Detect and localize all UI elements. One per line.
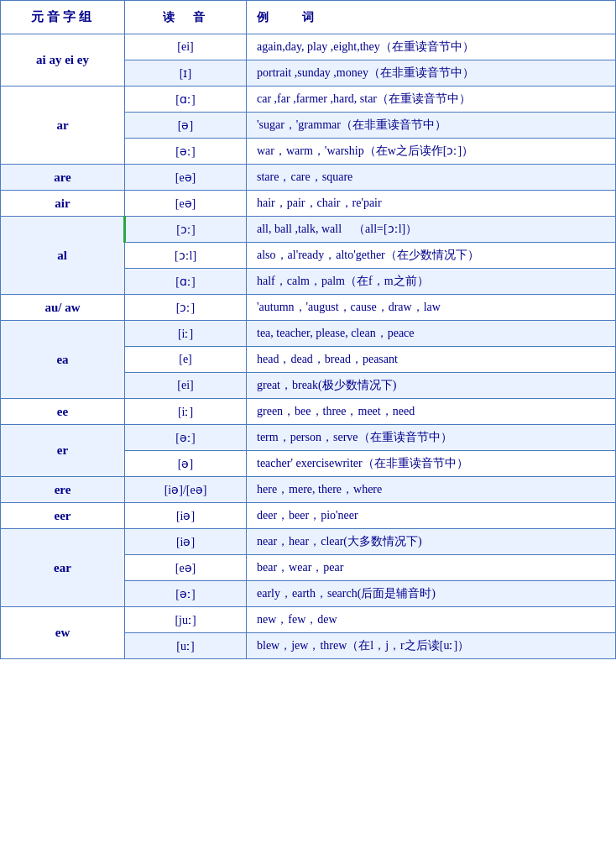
- example-cell: tea, teacher, please, clean，peace: [247, 321, 616, 347]
- example-cell: blew，jew，threw（在l，j，r之后读[uː]）: [247, 633, 616, 659]
- pron-cell: [ɑː]: [125, 86, 247, 113]
- example-cell: all, ball ,talk, wall （all=[ɔːl]）: [247, 217, 616, 243]
- example-cell: car ,far ,farmer ,hard, star（在重读音节中）: [247, 86, 616, 113]
- example-cell: new，few，dew: [247, 607, 616, 633]
- example-cell: war，warm，'warship（在w之后读作[ɔː]）: [247, 139, 616, 165]
- example-cell: also，al'ready，alto'gether（在少数情况下）: [247, 243, 616, 269]
- pron-cell: [eə]: [125, 555, 247, 581]
- pron-cell: [ə]: [125, 113, 247, 139]
- group-cell: al: [1, 217, 125, 295]
- pron-cell: [iː]: [125, 399, 247, 425]
- pron-cell: [əː]: [125, 425, 247, 451]
- example-cell: great，break(极少数情况下): [247, 373, 616, 399]
- header-example: 例 词: [247, 1, 616, 34]
- pron-cell: [ɑː]: [125, 269, 247, 295]
- example-cell: green，bee，three，meet，need: [247, 399, 616, 425]
- group-cell: au/ aw: [1, 295, 125, 321]
- example-cell: term，person，serve（在重读音节中）: [247, 425, 616, 451]
- pron-cell: [juː]: [125, 607, 247, 633]
- example-cell: stare，care，square: [247, 165, 616, 191]
- pron-cell: [ɔːl]: [125, 243, 247, 269]
- pron-cell: [ei]: [125, 373, 247, 399]
- pron-cell: [uː]: [125, 633, 247, 659]
- pron-cell: [ə]: [125, 451, 247, 477]
- group-cell: are: [1, 165, 125, 191]
- group-cell: ew: [1, 607, 125, 659]
- group-cell: eer: [1, 503, 125, 529]
- example-cell: early，earth，search(后面是辅音时): [247, 581, 616, 607]
- example-cell: here，mere, there，where: [247, 477, 616, 503]
- pron-cell: [iə]: [125, 529, 247, 555]
- group-cell: ea: [1, 321, 125, 399]
- pron-cell: [ɪ]: [125, 60, 247, 86]
- pron-cell: [əː]: [125, 581, 247, 607]
- example-cell: near，hear，clear(大多数情况下): [247, 529, 616, 555]
- group-cell: ar: [1, 86, 125, 165]
- pron-cell: [ɔː]: [125, 217, 247, 243]
- pron-cell: [ɔː]: [125, 295, 247, 321]
- example-cell: again,day, play ,eight,they（在重读音节中）: [247, 34, 616, 60]
- example-cell: hair，pair，chair，re'pair: [247, 191, 616, 217]
- example-cell: teacher' exercisewriter（在非重读音节中）: [247, 451, 616, 477]
- group-cell: ai ay ei ey: [1, 34, 125, 86]
- example-cell: portrait ,sunday ,money（在非重读音节中）: [247, 60, 616, 86]
- group-cell: air: [1, 191, 125, 217]
- pron-cell: [ei]: [125, 34, 247, 60]
- pron-cell: [iə]/[eə]: [125, 477, 247, 503]
- pron-cell: [e]: [125, 347, 247, 373]
- example-cell: deer，beer，pio'neer: [247, 503, 616, 529]
- example-cell: bear，wear，pear: [247, 555, 616, 581]
- example-cell: head，dead，bread，peasant: [247, 347, 616, 373]
- header-group: 元音字组: [1, 1, 125, 34]
- pron-cell: [eə]: [125, 191, 247, 217]
- pron-cell: [iː]: [125, 321, 247, 347]
- group-cell: ere: [1, 477, 125, 503]
- example-cell: 'sugar，'grammar（在非重读音节中）: [247, 113, 616, 139]
- pron-cell: [əː]: [125, 139, 247, 165]
- header-pron: 读 音: [125, 1, 247, 34]
- pron-cell: [eə]: [125, 165, 247, 191]
- example-cell: half，calm，palm（在f，m之前）: [247, 269, 616, 295]
- group-cell: ear: [1, 529, 125, 607]
- example-cell: 'autumn，'august，cause，draw，law: [247, 295, 616, 321]
- pron-cell: [iə]: [125, 503, 247, 529]
- group-cell: er: [1, 425, 125, 477]
- group-cell: ee: [1, 399, 125, 425]
